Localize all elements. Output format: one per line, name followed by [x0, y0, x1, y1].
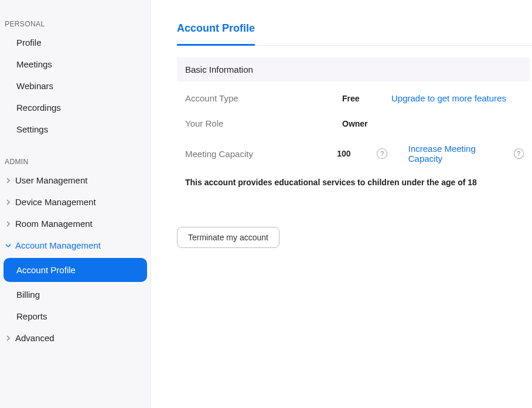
label-account-type: Account Type — [185, 93, 342, 103]
educational-note: This account provides educational servic… — [177, 167, 532, 198]
tab-bar: Account Profile — [177, 18, 532, 46]
sidebar-section-personal: PERSONAL Profile Meetings Webinars Recor… — [0, 16, 151, 154]
chevron-right-icon — [5, 199, 12, 206]
chevron-right-icon — [5, 335, 12, 342]
sidebar-item-advanced[interactable]: Advanced — [0, 327, 151, 349]
label-capacity: Meeting Capacity — [185, 149, 337, 159]
section-header-basic-info: Basic Information — [177, 57, 530, 81]
sidebar-item-meetings[interactable]: Meetings — [0, 53, 151, 75]
sidebar-item-billing[interactable]: Billing — [0, 284, 151, 305]
sidebar-sub-account-management: Account Profile Billing Reports — [0, 258, 151, 327]
sidebar-item-account-management[interactable]: Account Management — [0, 234, 151, 256]
sidebar-item-user-management[interactable]: User Management — [0, 169, 151, 191]
sidebar-item-label: Device Management — [15, 197, 96, 207]
sidebar-item-account-profile[interactable]: Account Profile — [4, 258, 147, 282]
help-icon[interactable]: ? — [514, 148, 524, 159]
sidebar-item-label: Account Management — [15, 240, 101, 250]
terminate-section: Terminate my account — [177, 198, 532, 248]
value-capacity: 100 — [337, 149, 372, 158]
sidebar-item-webinars[interactable]: Webinars — [0, 75, 151, 97]
link-increase-capacity[interactable]: Increase Meeting Capacity — [408, 144, 509, 164]
sidebar-header-admin: ADMIN — [0, 154, 151, 169]
tab-account-profile[interactable]: Account Profile — [177, 18, 255, 46]
sidebar-item-profile[interactable]: Profile — [0, 32, 151, 53]
sidebar-header-personal: PERSONAL — [0, 16, 151, 32]
sidebar-section-admin: ADMIN User Management Device Management … — [0, 154, 151, 363]
sidebar-item-device-management[interactable]: Device Management — [0, 191, 151, 213]
sidebar-item-settings[interactable]: Settings — [0, 118, 151, 140]
sidebar: PERSONAL Profile Meetings Webinars Recor… — [0, 0, 151, 408]
sidebar-item-label: User Management — [15, 175, 87, 185]
value-account-type: Free — [342, 94, 377, 103]
chevron-down-icon — [5, 242, 12, 249]
terminate-account-button[interactable]: Terminate my account — [177, 227, 279, 248]
sidebar-item-label: Room Management — [15, 219, 93, 229]
sidebar-item-reports[interactable]: Reports — [0, 305, 151, 327]
row-capacity: Meeting Capacity 100 ? Increase Meeting … — [177, 132, 532, 167]
value-role: Owner — [342, 119, 377, 128]
sidebar-item-room-management[interactable]: Room Management — [0, 213, 151, 234]
help-icon[interactable]: ? — [377, 148, 387, 159]
link-upgrade[interactable]: Upgrade to get more features — [391, 93, 506, 103]
row-role: Your Role Owner — [177, 107, 532, 132]
sidebar-item-recordings[interactable]: Recordings — [0, 97, 151, 118]
sidebar-item-label: Advanced — [15, 333, 54, 343]
main-content: Account Profile Basic Information Accoun… — [151, 0, 532, 408]
chevron-right-icon — [5, 220, 12, 227]
row-account-type: Account Type Free Upgrade to get more fe… — [177, 81, 532, 107]
chevron-right-icon — [5, 177, 12, 184]
label-role: Your Role — [185, 118, 342, 128]
